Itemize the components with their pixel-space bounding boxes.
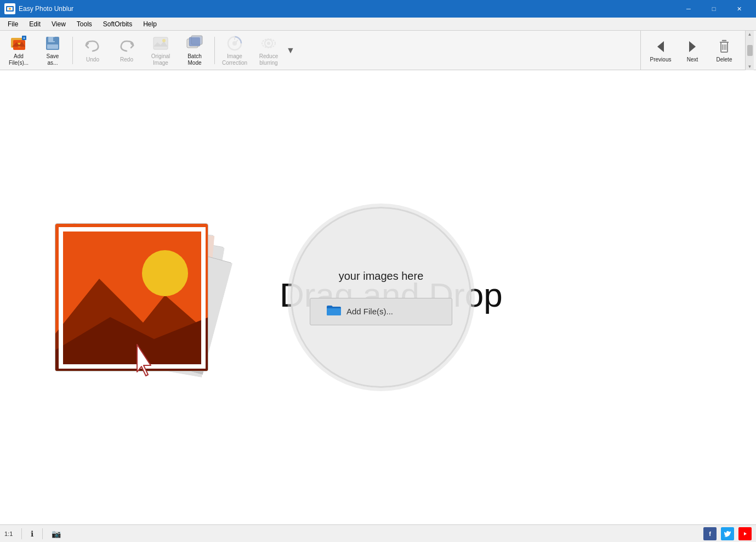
menu-help[interactable]: Help: [138, 18, 162, 30]
add-files-circle-button[interactable]: Add File(s)...: [310, 298, 452, 325]
svg-rect-13: [154, 37, 168, 49]
drop-circle-overlay: your images here Add File(s)...: [291, 207, 471, 388]
svg-marker-27: [657, 41, 664, 52]
zoom-indicator: 1:1: [4, 530, 13, 537]
batch-mode-label: BatchMode: [187, 53, 202, 66]
toolbar: + AddFile(s)... Saveas... Undo: [0, 31, 756, 70]
svg-point-43: [142, 250, 188, 296]
svg-point-26: [267, 42, 270, 45]
save-as-button[interactable]: Saveas...: [36, 33, 69, 68]
statusbar-right: f: [703, 527, 752, 540]
svg-rect-11: [47, 44, 58, 49]
original-icon: [152, 35, 169, 52]
statusbar: 1:1 ℹ 📷 f: [0, 524, 756, 542]
menubar: File Edit View Tools SoftOrbits Help: [0, 18, 756, 31]
window-controls: ─ □ ✕: [676, 0, 752, 18]
reduce-icon: [260, 35, 277, 52]
folder-icon: [326, 304, 341, 319]
svg-point-15: [162, 39, 166, 42]
image-correction-button[interactable]: ImageCorrection: [218, 33, 251, 68]
image-illustration: [55, 223, 208, 371]
svg-rect-12: [53, 37, 55, 41]
batch-icon: [186, 35, 203, 52]
undo-label: Undo: [86, 57, 99, 63]
menu-softorbits[interactable]: SoftOrbits: [98, 18, 138, 30]
close-button[interactable]: ✕: [726, 0, 752, 18]
batch-mode-button[interactable]: BatchMode: [178, 33, 211, 68]
reduce-blurring-button[interactable]: Reduceblurring: [252, 33, 285, 68]
save-as-label: Saveas...: [47, 53, 59, 66]
screenshot-icon: 📷: [52, 529, 61, 538]
youtube-icon[interactable]: [738, 527, 752, 540]
redo-icon: [118, 38, 135, 55]
toolbar-scrollbar[interactable]: ▲ ▼: [745, 31, 754, 70]
redo-button[interactable]: Redo: [110, 33, 143, 68]
add-files-icon: +: [10, 35, 27, 52]
add-files-label: AddFile(s)...: [9, 53, 29, 66]
maximize-button[interactable]: □: [701, 0, 726, 18]
add-files-circle-label: Add File(s)...: [346, 307, 393, 316]
statusbar-sep2: [42, 528, 43, 539]
correction-icon: [226, 35, 243, 52]
reduce-blurring-label: Reduceblurring: [259, 53, 278, 66]
twitter-icon[interactable]: [721, 527, 734, 540]
menu-file[interactable]: File: [2, 18, 24, 30]
facebook-icon[interactable]: f: [703, 527, 717, 540]
app-icon: [4, 3, 15, 14]
zoom-value: 1:1: [4, 530, 13, 537]
original-image-label: OriginalImage: [151, 53, 170, 66]
menu-edit[interactable]: Edit: [24, 18, 46, 30]
next-label: Next: [687, 57, 698, 63]
svg-marker-28: [689, 41, 696, 52]
minimize-button[interactable]: ─: [676, 0, 701, 18]
svg-marker-48: [137, 345, 151, 376]
delete-icon: [715, 38, 733, 55]
svg-text:+: +: [23, 36, 25, 40]
sep2: [214, 37, 215, 64]
svg-point-2: [9, 8, 11, 10]
next-icon: [684, 38, 701, 55]
undo-button[interactable]: Undo: [76, 33, 109, 68]
info-icon: ℹ: [31, 529, 33, 538]
original-image-button[interactable]: OriginalImage: [144, 33, 177, 68]
app-title: Easy Photo Unblur: [19, 5, 676, 13]
circle-subtitle: your images here: [339, 270, 424, 283]
image-correction-label: ImageCorrection: [222, 53, 247, 66]
previous-button[interactable]: Previous: [645, 33, 676, 68]
menu-view[interactable]: View: [46, 18, 71, 30]
undo-icon: [84, 38, 101, 55]
previous-label: Previous: [650, 57, 672, 63]
titlebar: Easy Photo Unblur ─ □ ✕: [0, 0, 756, 18]
main-area: Drag and Drop your images here Add File(…: [0, 70, 756, 524]
prev-icon: [652, 38, 669, 55]
menu-tools[interactable]: Tools: [71, 18, 98, 30]
statusbar-sep1: [21, 528, 22, 539]
redo-label: Redo: [120, 57, 133, 63]
toolbar-chevron[interactable]: ▼: [286, 33, 295, 68]
cursor-arrow: [132, 342, 159, 382]
delete-button[interactable]: Delete: [709, 33, 740, 68]
delete-label: Delete: [717, 57, 732, 63]
svg-rect-19: [189, 37, 200, 46]
toolbar-right: Previous Next Del: [640, 31, 744, 70]
save-icon: [44, 35, 61, 52]
next-button[interactable]: Next: [677, 33, 708, 68]
sep1: [72, 37, 73, 64]
add-files-button[interactable]: + AddFile(s)...: [2, 33, 35, 68]
